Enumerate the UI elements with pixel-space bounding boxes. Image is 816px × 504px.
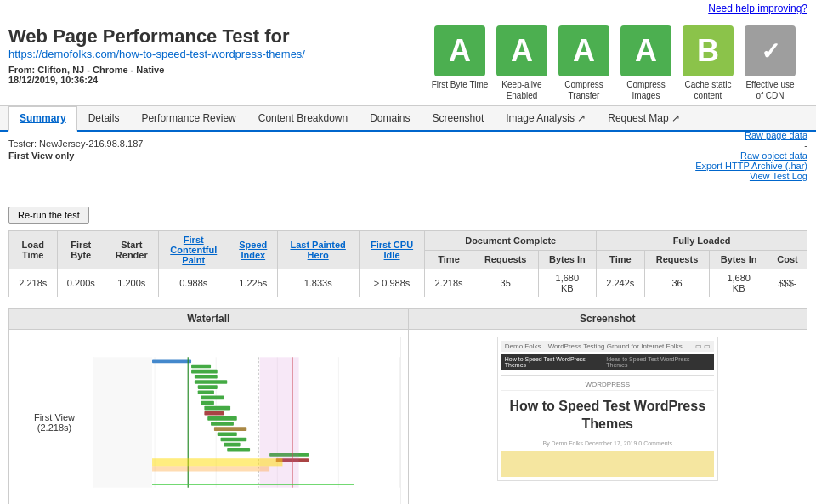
rerun-area: Re-run the test <box>8 207 808 224</box>
svg-rect-13 <box>198 385 218 389</box>
page-title: Web Page Performance Test for <box>8 25 305 48</box>
cell-doc-bytes: 1,680KB <box>538 269 597 297</box>
svg-rect-18 <box>204 411 224 416</box>
cell-load-time: 2.218s <box>9 269 58 297</box>
from-info: From: Clifton, NJ - Chrome - Native 18/1… <box>8 65 305 85</box>
screenshot-preview: Demo Folks WordPress Testing Ground for … <box>497 337 718 481</box>
doc-complete-header: Document Complete <box>425 231 597 251</box>
svg-rect-8 <box>152 360 191 364</box>
grades-container: A First Byte Time A Keep-alive Enabled A… <box>431 25 799 101</box>
main-content: Tester: NewJersey-216.98.8.187 First Vie… <box>0 132 816 504</box>
speed-index-link[interactable]: SpeedIndex <box>239 240 267 260</box>
fcp-link[interactable]: FirstContentfulPaint <box>170 235 217 265</box>
doc-time-header: Time <box>425 250 473 269</box>
svg-rect-7 <box>94 357 152 487</box>
tester-info: Tester: NewJersey-216.98.8.187 First Vie… <box>8 139 808 161</box>
ss-nav-area: How to Speed Test WordPress Themes Ideas… <box>502 354 714 376</box>
cell-fl-requests: 36 <box>644 269 710 297</box>
ss-nav-bar: How to Speed Test WordPress Themes Ideas… <box>502 354 714 370</box>
page-header: Web Page Performance Test for https://de… <box>0 17 816 106</box>
tester-value: NewJersey-216.98.8.187 <box>39 139 143 149</box>
svg-rect-9 <box>191 365 211 369</box>
cell-last-painted: 1.833s <box>277 269 359 297</box>
first-cpu-link[interactable]: First CPUIdle <box>371 240 413 260</box>
svg-rect-24 <box>224 443 240 447</box>
grade-keep-alive: A Keep-alive Enabled <box>493 25 551 101</box>
svg-rect-25 <box>227 448 250 452</box>
svg-rect-17 <box>204 406 230 411</box>
ss-site-name: Demo Folks <box>505 343 541 350</box>
export-http-link[interactable]: Export HTTP Archive (.har) <box>695 161 808 171</box>
col-last-painted: Last PaintedHero <box>277 231 359 269</box>
cell-first-byte: 0.200s <box>57 269 105 297</box>
view-log-link[interactable]: View Test Log <box>695 171 808 181</box>
tab-details[interactable]: Details <box>77 106 131 130</box>
fl-cost-header: Cost <box>768 250 807 269</box>
tab-image-analysis[interactable]: Image Analysis ↗ <box>495 106 597 130</box>
tab-content-breakdown[interactable]: Content Breakdown <box>247 106 359 130</box>
raw-object-link[interactable]: Raw object data <box>695 150 808 161</box>
cell-fl-cost: $$$- <box>768 269 807 297</box>
waterfall-chart[interactable] <box>93 337 401 504</box>
tab-performance-review[interactable]: Performance Review <box>130 106 246 130</box>
waterfall-section: Waterfall First View(2.218s) <box>9 309 409 504</box>
tab-screenshot[interactable]: Screenshot <box>422 106 496 130</box>
svg-rect-15 <box>201 396 224 400</box>
grade-cache-static: B Cache static content <box>679 25 737 101</box>
svg-rect-16 <box>201 401 214 405</box>
grade-compress-transfer: A Compress Transfer <box>555 25 613 101</box>
col-start-render: StartRender <box>105 231 159 269</box>
rerun-button[interactable]: Re-run the test <box>8 207 89 224</box>
svg-rect-19 <box>207 416 237 421</box>
cell-doc-time: 2.218s <box>425 269 473 297</box>
nav-tabs: Summary Details Performance Review Conte… <box>0 106 816 132</box>
screenshot-content: Demo Folks WordPress Testing Ground for … <box>409 330 808 488</box>
waterfall-content: First View(2.218s) <box>9 330 408 504</box>
help-link[interactable]: Need help improving? <box>708 3 808 14</box>
tab-summary[interactable]: Summary <box>8 106 77 132</box>
svg-rect-12 <box>195 380 227 384</box>
col-load-time: LoadTime <box>9 231 58 269</box>
doc-requests-header: Requests <box>473 250 538 269</box>
svg-rect-10 <box>191 370 218 374</box>
links-row: Raw page data - Raw object data Export H… <box>695 130 808 181</box>
screenshot-title: Screenshot <box>409 309 808 330</box>
tab-request-map[interactable]: Request Map ↗ <box>597 106 691 130</box>
cell-speed-index: 1.225s <box>230 269 278 297</box>
tab-domains[interactable]: Domains <box>359 106 421 130</box>
first-view-label: First View(2.218s) <box>16 337 93 504</box>
svg-rect-33 <box>152 466 269 471</box>
info-row: Tester: NewJersey-216.98.8.187 First Vie… <box>8 139 808 181</box>
fl-time-header: Time <box>597 250 645 269</box>
svg-rect-11 <box>195 375 218 379</box>
last-painted-link[interactable]: Last PaintedHero <box>290 240 345 260</box>
fl-bytes-header: Bytes In <box>710 250 768 269</box>
waterfall-title: Waterfall <box>9 309 408 330</box>
screenshot-section: Screenshot Demo Folks WordPress Testing … <box>409 309 808 504</box>
col-first-cpu: First CPUIdle <box>359 231 425 269</box>
cell-fcp: 0.988s <box>158 269 229 297</box>
cell-doc-requests: 35 <box>473 269 538 297</box>
col-speed-index: SpeedIndex <box>230 231 278 269</box>
svg-rect-21 <box>214 427 246 431</box>
waterfall-svg <box>94 337 400 504</box>
col-first-byte: FirstByte <box>57 231 105 269</box>
svg-rect-14 <box>198 390 214 394</box>
test-url[interactable]: https://demofolks.com/how-to-speed-test-… <box>8 48 305 60</box>
ss-banner <box>502 451 714 477</box>
bottom-section: Waterfall First View(2.218s) <box>8 308 808 504</box>
raw-page-link[interactable]: Raw page data <box>695 130 808 140</box>
cell-start-render: 1.200s <box>105 269 159 297</box>
ss-header: Demo Folks WordPress Testing Ground for … <box>502 341 714 352</box>
table-row: 2.218s 0.200s 1.200s 0.988s 1.225s 1.833… <box>9 269 808 297</box>
fully-loaded-header: Fully Loaded <box>597 231 808 251</box>
grade-cdn: ✓ Effective use of CDN <box>741 25 799 101</box>
svg-rect-23 <box>221 438 247 442</box>
doc-bytes-header: Bytes In <box>538 250 597 269</box>
ss-site-tagline: WordPress Testing Ground for Internet Fo… <box>548 343 688 350</box>
perf-table: LoadTime FirstByte StartRender FirstCont… <box>8 230 808 297</box>
col-first-contentful-paint: FirstContentfulPaint <box>158 231 229 269</box>
tester-label: Tester: <box>8 139 37 149</box>
grade-compress-images: A Compress Images <box>617 25 675 101</box>
cell-first-cpu: > 0.988s <box>359 269 425 297</box>
